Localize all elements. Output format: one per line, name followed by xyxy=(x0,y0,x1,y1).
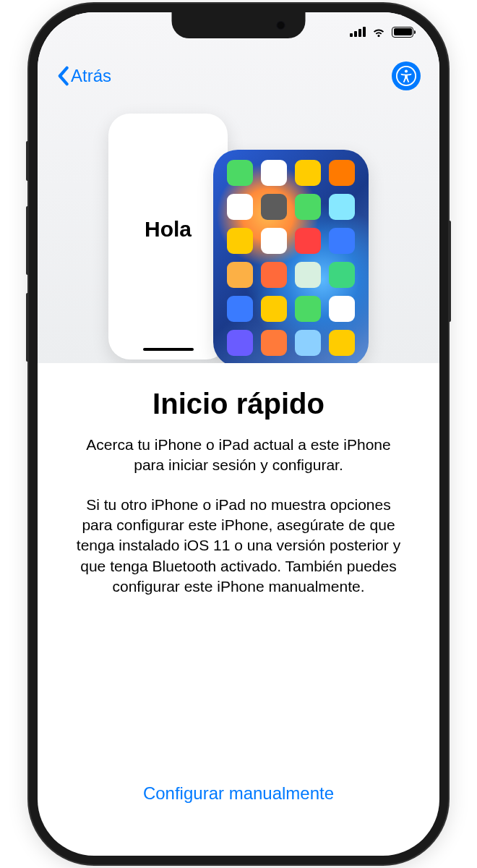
back-label: Atrás xyxy=(71,66,111,86)
svg-point-1 xyxy=(405,69,408,72)
app-icon xyxy=(261,330,287,356)
back-button[interactable]: Atrás xyxy=(56,66,111,86)
old-phone-illustration xyxy=(213,150,369,363)
greeting-text: Hola xyxy=(145,217,192,242)
app-icon xyxy=(329,228,355,254)
nav-bar: Atrás xyxy=(38,54,439,98)
app-icon xyxy=(261,228,287,254)
app-icon xyxy=(329,160,355,186)
notch xyxy=(172,12,306,38)
app-icon xyxy=(329,262,355,288)
app-icon xyxy=(261,262,287,288)
new-phone-illustration: Hola xyxy=(108,114,228,359)
app-icon xyxy=(261,194,287,220)
app-icon xyxy=(261,296,287,322)
accessibility-button[interactable] xyxy=(392,61,421,90)
app-icon xyxy=(295,262,321,288)
app-icon xyxy=(227,262,253,288)
app-icon xyxy=(295,228,321,254)
app-icon xyxy=(295,296,321,322)
battery-icon xyxy=(392,27,413,38)
app-icon xyxy=(329,296,355,322)
body-text-1: Acerca tu iPhone o iPad actual a este iP… xyxy=(69,435,408,476)
app-icon xyxy=(329,194,355,220)
app-icon xyxy=(261,160,287,186)
app-icon xyxy=(295,160,321,186)
app-icon xyxy=(295,330,321,356)
app-icon xyxy=(227,330,253,356)
app-icon xyxy=(329,330,355,356)
device-frame: Atrás Hola Inicio rápido xyxy=(29,4,448,864)
screen: Atrás Hola Inicio rápido xyxy=(38,12,439,856)
app-icon xyxy=(295,194,321,220)
app-icon xyxy=(227,296,253,322)
app-icon xyxy=(227,194,253,220)
chevron-left-icon xyxy=(56,66,69,86)
body-text-2: Si tu otro iPhone o iPad no muestra opci… xyxy=(69,495,408,597)
app-icon xyxy=(227,228,253,254)
content-area: Inicio rápido Acerca tu iPhone o iPad ac… xyxy=(38,363,439,616)
wifi-icon xyxy=(371,25,386,39)
app-icon xyxy=(227,160,253,186)
cellular-icon xyxy=(350,27,366,37)
accessibility-icon xyxy=(395,65,417,87)
configure-manually-button[interactable]: Configurar manualmente xyxy=(38,783,439,804)
page-title: Inicio rápido xyxy=(69,388,408,420)
